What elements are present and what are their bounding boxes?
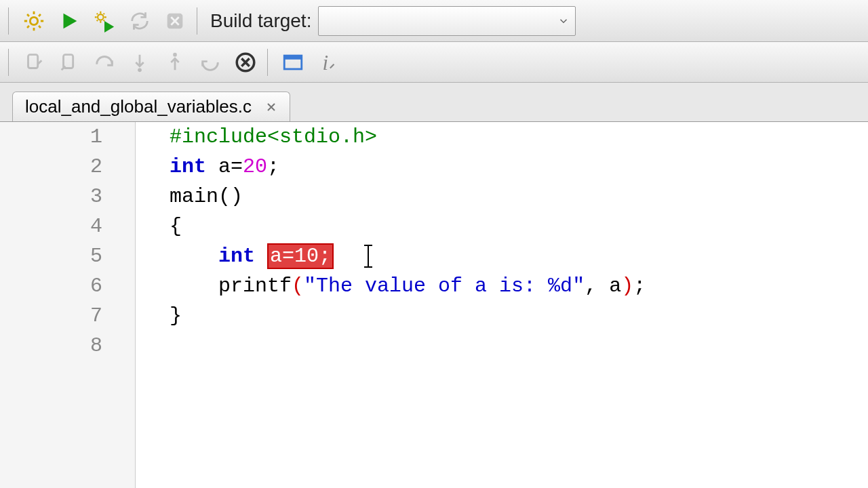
close-icon <box>264 100 278 114</box>
toolbar-separator <box>267 49 271 76</box>
code-line: #include<stdio.h> <box>170 122 868 152</box>
svg-point-0 <box>30 17 37 24</box>
info-button[interactable]: i <box>312 46 344 79</box>
text-cursor <box>368 245 369 268</box>
rebuild-button[interactable] <box>123 5 156 37</box>
toolbar-separator <box>8 49 12 76</box>
line-number: 5 <box>0 241 135 271</box>
info-icon: i <box>317 51 340 74</box>
code-line: printf("The value of a is: %d", a); <box>170 271 868 301</box>
chevron-down-icon <box>557 15 570 27</box>
settings-button[interactable] <box>18 5 50 37</box>
debug-toolbar: i <box>0 42 868 83</box>
line-number: 2 <box>0 152 135 182</box>
toolbar-separator <box>8 7 12 35</box>
code-line: int a=10; <box>170 241 868 271</box>
line-number: 8 <box>0 331 135 361</box>
code-line: main() <box>170 182 868 211</box>
stop-debugger-icon <box>234 51 257 74</box>
svg-text:i: i <box>323 51 329 74</box>
main-toolbar: Build target: <box>0 0 868 42</box>
abort-button[interactable] <box>159 5 191 37</box>
code-line: int a=20; <box>170 152 868 182</box>
svg-rect-9 <box>284 56 302 60</box>
step-into-icon <box>128 51 151 74</box>
stop-icon <box>163 9 186 33</box>
svg-point-1 <box>98 14 104 20</box>
debugging-windows-button[interactable] <box>277 46 309 79</box>
gear-icon <box>22 9 45 33</box>
line-number: 3 <box>0 182 135 211</box>
run-cursor-icon <box>58 51 81 74</box>
file-tab[interactable]: local_and_global_variables.c <box>12 92 290 121</box>
line-number: 7 <box>0 301 135 331</box>
stop-debugger-button[interactable] <box>229 46 262 79</box>
run-to-cursor-button[interactable] <box>53 46 85 79</box>
refresh-icon <box>128 9 151 33</box>
step-out-icon <box>163 51 186 74</box>
selected-text: a=10; <box>267 243 334 269</box>
line-number: 6 <box>0 271 135 301</box>
editor-tab-bar: local_and_global_variables.c <box>0 83 868 122</box>
toolbar-separator <box>197 7 201 35</box>
svg-point-6 <box>173 52 177 56</box>
play-icon <box>58 9 81 33</box>
step-over-button[interactable] <box>88 46 121 79</box>
debug-icon <box>22 51 45 74</box>
code-line: } <box>170 301 868 331</box>
line-number-gutter: 1 2 3 4 5 6 7 8 <box>0 122 136 488</box>
line-number: 4 <box>0 211 135 241</box>
code-editor[interactable]: 1 2 3 4 5 6 7 8 #include<stdio.h> int a=… <box>0 122 868 488</box>
step-instr-icon <box>199 51 222 74</box>
step-out-button[interactable] <box>159 46 191 79</box>
code-line: { <box>170 211 868 241</box>
svg-point-5 <box>138 68 142 72</box>
line-number: 1 <box>0 122 135 152</box>
build-target-dropdown[interactable] <box>318 6 576 36</box>
svg-rect-3 <box>28 54 38 68</box>
step-into-button[interactable] <box>123 46 156 79</box>
build-and-run-button[interactable] <box>88 5 121 37</box>
debug-start-button[interactable] <box>18 46 50 79</box>
window-icon <box>281 51 304 74</box>
tab-close-button[interactable] <box>262 98 280 116</box>
step-instruction-button[interactable] <box>194 46 226 79</box>
gear-play-icon <box>93 9 116 33</box>
step-over-icon <box>93 51 116 74</box>
build-target-label: Build target: <box>210 10 311 32</box>
code-line <box>170 331 868 361</box>
code-area[interactable]: #include<stdio.h> int a=20; main() { int… <box>136 122 868 488</box>
run-button[interactable] <box>53 5 85 37</box>
tab-filename: local_and_global_variables.c <box>25 96 252 117</box>
